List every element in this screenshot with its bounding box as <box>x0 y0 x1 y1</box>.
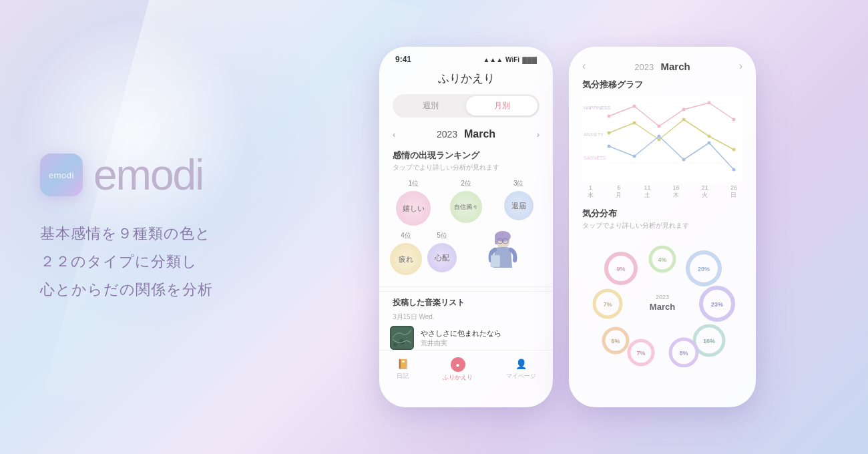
phone-left: 9:41 ▲▲▲ WiFi ▓▓▓ ふりかえり 週別 月別 ‹ <box>379 47 553 407</box>
music-title: 投稿した音楽リスト <box>379 291 553 311</box>
emotion-item-5: 5位 心配 <box>427 231 457 272</box>
tab-weekly[interactable]: 週別 <box>395 96 466 116</box>
svg-text:7%: 7% <box>603 301 612 308</box>
diary-icon: 📔 <box>396 357 409 371</box>
screen-title: ふりかえり <box>379 68 553 94</box>
svg-text:2023: 2023 <box>656 294 669 300</box>
tagline-line1: 基本感情を９種類の色と <box>40 220 307 248</box>
mypage-icon: 👤 <box>515 357 528 371</box>
svg-text:March: March <box>650 302 675 312</box>
ranking-subtitle: タップでより詳しい分析が見れます <box>379 163 553 179</box>
label-6: 6 月 <box>616 184 622 200</box>
emotion-bubble-2: 自信満々 <box>450 191 482 223</box>
svg-text:23%: 23% <box>711 301 723 308</box>
svg-point-23 <box>732 118 736 122</box>
emotion-bubble-4: 疲れ <box>390 243 422 275</box>
nav-furikaeri[interactable]: ● ふりかえり <box>443 357 473 382</box>
svg-point-10 <box>393 343 397 347</box>
emotion-bubble-5: 心配 <box>427 243 457 272</box>
label-26: 26 日 <box>730 184 737 200</box>
distribution-section: 気分分布 タップでより詳しい分析が見れます 2023 March 9% <box>569 208 756 371</box>
emotion-bubble-1: 嬉しい <box>396 191 431 226</box>
month-display: 2023 March <box>634 61 690 72</box>
app-logo-text: emodi <box>93 150 203 200</box>
label-16: 16 木 <box>673 184 680 200</box>
svg-text:9%: 9% <box>616 266 625 272</box>
music-item[interactable]: やさしさに包まれたなら 荒井由実 <box>379 326 553 350</box>
status-bar: 9:41 ▲▲▲ WiFi ▓▓▓ <box>379 47 553 68</box>
ranking-title: 感情の出現ランキング <box>379 150 553 163</box>
status-time: 9:41 <box>395 55 411 64</box>
prev-month-icon[interactable]: ‹ <box>582 60 586 72</box>
svg-text:7%: 7% <box>636 350 645 357</box>
svg-point-24 <box>608 132 611 135</box>
svg-text:4%: 4% <box>658 256 666 263</box>
label-1: 1 水 <box>588 184 594 200</box>
tab-monthly[interactable]: 月別 <box>466 96 537 116</box>
distribution-svg: 2023 March 9% 4% 20% <box>582 240 742 367</box>
label-11: 11 土 <box>644 184 650 200</box>
mood-graph-svg: HAPPINESS ANXIETY SADNESS <box>582 96 742 183</box>
music-track-title: やさしさに包まれたなら <box>421 328 542 338</box>
emotion-item-1: 1位 嬉しい <box>390 179 437 226</box>
next-month-button[interactable]: › <box>537 130 539 140</box>
wifi-icon: WiFi <box>505 56 519 63</box>
music-info: やさしさに包まれたなら 荒井由実 <box>421 328 542 348</box>
battery-icon: ▓▓▓ <box>522 56 537 63</box>
music-thumbnail <box>390 326 414 350</box>
status-icons: ▲▲▲ WiFi ▓▓▓ <box>483 56 537 63</box>
logo-row: emodi emodi <box>40 150 307 200</box>
label-21: 21 火 <box>702 184 708 200</box>
music-artist-name: 荒井由実 <box>421 338 542 348</box>
prev-month-button[interactable]: ‹ <box>393 130 395 140</box>
svg-text:HAPPINESS: HAPPINESS <box>584 105 610 110</box>
next-month-icon[interactable]: › <box>739 60 742 72</box>
current-month: 2023 March <box>437 128 495 140</box>
bottom-navigation: 📔 日記 ● ふりかえり 👤 マイページ <box>379 350 553 393</box>
tagline: 基本感情を９種類の色と ２２のタイプに分類し 心とからだの関係を分析 <box>40 220 307 303</box>
svg-point-25 <box>633 122 636 125</box>
svg-point-30 <box>608 145 611 148</box>
signal-icon: ▲▲▲ <box>483 56 503 63</box>
tagline-line2: ２２のタイプに分類し <box>40 248 307 276</box>
graph-x-labels: 1 水 6 月 11 土 16 木 <box>582 183 742 200</box>
svg-text:8%: 8% <box>679 350 688 357</box>
svg-point-32 <box>658 135 661 138</box>
svg-point-33 <box>682 158 686 162</box>
emotion-item-4: 4位 疲れ <box>390 231 422 275</box>
main-container: emodi emodi 基本感情を９種類の色と ２２のタイプに分類し 心とからだ… <box>0 0 868 454</box>
tab-bar: 週別 月別 <box>393 94 539 118</box>
emotion-item-3: 3位 退届 <box>495 179 542 226</box>
emotion-ranking-bottom: 4位 疲れ 5位 心配 <box>379 231 553 281</box>
svg-rect-2 <box>495 236 497 244</box>
furikaeri-icon: ● <box>451 357 465 372</box>
svg-point-34 <box>708 142 711 145</box>
graph-section: 気分推移グラフ HAPPINESS ANXIETY SADNESS <box>569 79 756 208</box>
svg-point-27 <box>682 118 686 122</box>
graph-container: HAPPINESS ANXIETY SADNESS <box>582 96 742 183</box>
svg-rect-6 <box>491 255 500 267</box>
svg-point-29 <box>732 148 736 152</box>
svg-point-28 <box>708 135 711 138</box>
svg-text:ANXIETY: ANXIETY <box>584 132 604 137</box>
month-nav: ‹ 2023 March › <box>379 128 553 150</box>
graph-title: 気分推移グラフ <box>582 79 742 91</box>
app-logo-icon: emodi <box>40 154 83 196</box>
svg-point-35 <box>732 168 736 172</box>
svg-point-19 <box>633 105 636 108</box>
distribution-circles[interactable]: 2023 March 9% 4% 20% <box>582 237 742 371</box>
svg-text:16%: 16% <box>703 338 715 345</box>
svg-text:SADNESS: SADNESS <box>584 156 606 160</box>
tagline-line3: 心とからだの関係を分析 <box>40 276 307 304</box>
phone-left-content: 9:41 ▲▲▲ WiFi ▓▓▓ ふりかえり 週別 月別 ‹ <box>379 47 553 386</box>
distribution-title: 気分分布 <box>582 208 742 220</box>
phones-section: 9:41 ▲▲▲ WiFi ▓▓▓ ふりかえり 週別 月別 ‹ <box>307 47 828 407</box>
phone-right: ‹ 2023 March › 気分推移グラフ HAPPINESS ANXIETY… <box>569 47 756 407</box>
nav-mypage[interactable]: 👤 マイページ <box>506 357 536 382</box>
emotion-item-2: 2位 自信満々 <box>443 179 490 226</box>
svg-point-18 <box>608 115 611 118</box>
emotion-ranking-top: 1位 嬉しい 2位 自信満々 3位 退届 <box>379 179 553 226</box>
illustration <box>462 231 542 281</box>
nav-diary[interactable]: 📔 日記 <box>396 357 409 382</box>
svg-point-21 <box>682 108 686 111</box>
